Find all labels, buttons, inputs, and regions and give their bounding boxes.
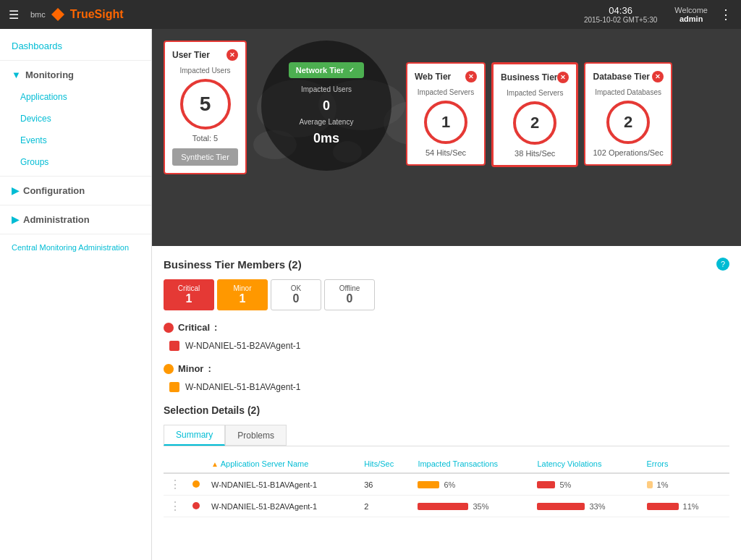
user-tier-impacted-label: Impacted Users (172, 67, 238, 75)
tab-summary[interactable]: Summary (164, 425, 225, 446)
row-errors: 1% (641, 473, 729, 496)
latency-bar (537, 503, 585, 510)
network-latency-value: 0ms (300, 128, 354, 149)
help-icon[interactable]: ? (716, 258, 729, 271)
status-circle-icon (192, 502, 200, 509)
row-dots[interactable]: ⋮ (164, 496, 187, 517)
web-tier-impacted-label: Impacted Servers (415, 88, 477, 96)
critical-section: Critical : W-NDANIEL-51-B2AVAgent-1 (164, 322, 729, 355)
table-row[interactable]: ⋮ W-NDANIEL-51-B1AVAgent-1 36 6% 5% 1% (164, 473, 729, 496)
sidebar-item-groups[interactable]: Groups (0, 151, 151, 173)
network-tier-container: Network Tier ✓ Impacted Users 0 Average … (255, 41, 397, 171)
database-tier-ops: 102 Operations/Sec (593, 148, 663, 157)
user-tier-card[interactable]: User Tier ✕ Impacted Users 5 Total: 5 Sy… (164, 41, 247, 174)
sort-icon: ▲ (211, 460, 221, 468)
bottom-section: Business Tier Members (2) ? Critical 1 M… (152, 246, 741, 560)
network-ok-icon: ✓ (347, 65, 357, 75)
business-members-title: Business Tier Members (2) (164, 258, 302, 271)
critical-section-label: Critical (178, 322, 210, 333)
filter-bar: Critical 1 Minor 1 OK 0 Offline 0 (164, 279, 729, 310)
web-tier-header: Web Tier ✕ (415, 71, 477, 82)
minor-agent-icon (169, 382, 179, 392)
row-errors: 11% (641, 496, 729, 517)
sidebar-item-dashboards[interactable]: Dashboards (0, 35, 151, 57)
critical-header: Critical : (164, 322, 729, 333)
selection-details-title: Selection Details (2) (164, 404, 260, 416)
header-dots-icon[interactable]: ⋮ (719, 7, 732, 22)
business-tier-status-icon: ✕ (557, 72, 569, 83)
selection-details-title-row: Selection Details (2) (164, 404, 729, 416)
minor-agent-name: W-NDANIEL-51-B1AVAgent-1 (185, 382, 300, 392)
critical-agent-icon (169, 341, 179, 351)
col-name[interactable]: ▲ Application Server Name (206, 455, 358, 473)
database-tier-impacted-label: Impacted Databases (593, 88, 663, 96)
monitoring-arrow-icon: ▼ (12, 69, 21, 80)
sidebar-item-configuration[interactable]: ▶ Configuration (0, 179, 151, 202)
errors-pct: 11% (683, 502, 703, 511)
business-members-title-row: Business Tier Members (2) ? (164, 258, 729, 271)
database-tier-card[interactable]: Database Tier ✕ Impacted Databases 2 102… (584, 62, 672, 166)
critical-agent-name: W-NDANIEL-51-B2AVAgent-1 (185, 341, 300, 351)
user-tier-total: Total: 5 (172, 134, 238, 143)
business-tier-header: Business Tier ✕ (501, 72, 569, 83)
sidebar-item-applications[interactable]: Applications (0, 86, 151, 108)
minor-header: Minor : (164, 363, 729, 374)
row-dots[interactable]: ⋮ (164, 473, 187, 496)
database-tier-status-icon: ✕ (652, 71, 664, 82)
sidebar-item-central-monitoring[interactable]: Central Monitoring Administration (0, 237, 151, 258)
web-tier-card[interactable]: Web Tier ✕ Impacted Servers 1 54 Hits/Se… (406, 62, 486, 166)
user-tier-header: User Tier ✕ (172, 49, 238, 61)
username-label: admin (674, 14, 708, 23)
synthetic-tier-button[interactable]: Synthetic Tier (172, 148, 238, 166)
col-latency[interactable]: Latency Violations (531, 455, 640, 473)
network-tier-label: Network Tier (296, 66, 344, 75)
business-tier-label: Business Tier (501, 72, 557, 82)
web-tier-count: 1 (424, 101, 467, 144)
sidebar-item-monitoring[interactable]: ▼ Monitoring (0, 64, 151, 86)
network-tier-circle[interactable]: Network Tier ✓ Impacted Users 0 Average … (261, 41, 391, 171)
web-tier-label: Web Tier (415, 72, 451, 82)
status-circle-icon (192, 480, 200, 488)
logo-diamond-icon (50, 7, 66, 22)
header-time-block: 04:36 2015-10-02 GMT+5:30 (584, 5, 657, 24)
business-tier-hits: 38 Hits/Sec (501, 149, 569, 158)
critical-agent-item[interactable]: W-NDANIEL-51-B2AVAgent-1 (164, 337, 729, 355)
transactions-pct: 35% (473, 502, 493, 511)
header-time: 04:36 (584, 5, 657, 16)
col-transactions[interactable]: Impacted Transactions (412, 455, 531, 473)
database-tier-count: 2 (606, 101, 650, 144)
transactions-bar (418, 503, 468, 510)
web-tier-hits: 54 Hits/Sec (415, 148, 477, 157)
user-tier-count: 5 (180, 79, 231, 130)
row-hits: 2 (358, 496, 412, 517)
business-tier-count: 2 (513, 101, 556, 145)
administration-label: Administration (23, 214, 90, 225)
tab-problems[interactable]: Problems (225, 425, 287, 446)
selection-details: Selection Details (2) Summary Problems ▲ (164, 404, 729, 517)
filter-ok-button[interactable]: OK 0 (271, 279, 321, 310)
col-hits[interactable]: Hits/Sec (358, 455, 412, 473)
sidebar-item-events[interactable]: Events (0, 130, 151, 151)
filter-ok-count: 0 (293, 292, 300, 305)
critical-colon: : (214, 322, 217, 333)
filter-offline-count: 0 (347, 292, 353, 305)
sidebar-item-administration[interactable]: ▶ Administration (0, 208, 151, 231)
minor-agent-item[interactable]: W-NDANIEL-51-B1AVAgent-1 (164, 378, 729, 396)
col-errors[interactable]: Errors (641, 455, 729, 473)
business-tier-card[interactable]: Business Tier ✕ Impacted Servers 2 38 Hi… (491, 62, 578, 167)
user-tier-label: User Tier (172, 50, 210, 60)
col-status (187, 455, 206, 473)
filter-offline-button[interactable]: Offline 0 (324, 279, 375, 310)
filter-minor-label: Minor (233, 284, 251, 292)
sidebar-item-devices[interactable]: Devices (0, 108, 151, 130)
minor-colon: : (208, 363, 211, 374)
menu-icon[interactable]: ☰ (9, 8, 19, 22)
errors-bar (647, 481, 653, 488)
filter-critical-button[interactable]: Critical 1 (164, 279, 214, 310)
filter-minor-button[interactable]: Minor 1 (217, 279, 268, 310)
row-latency: 33% (531, 496, 640, 517)
errors-bar-container: 1% (647, 480, 724, 489)
right-tiers: Web Tier ✕ Impacted Servers 1 54 Hits/Se… (406, 62, 672, 167)
table-body: ⋮ W-NDANIEL-51-B1AVAgent-1 36 6% 5% 1% ⋮… (164, 473, 729, 517)
table-row[interactable]: ⋮ W-NDANIEL-51-B2AVAgent-1 2 35% 33% 11% (164, 496, 729, 517)
